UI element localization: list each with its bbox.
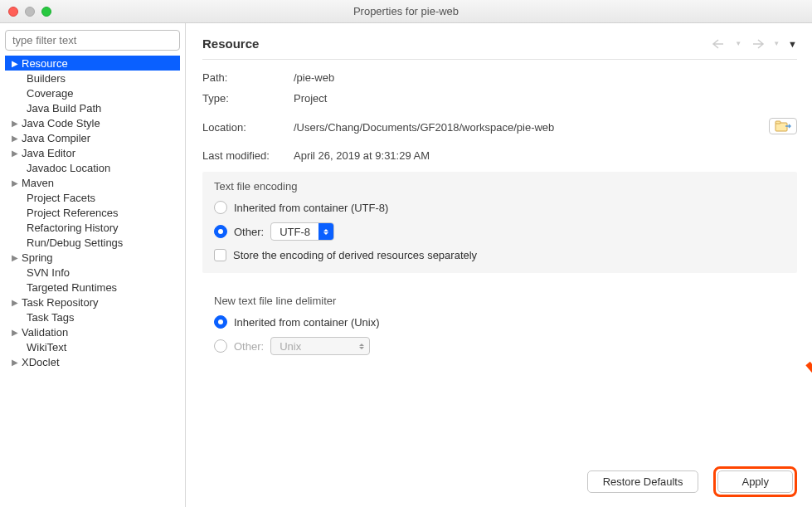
tree-item-javadoc-location[interactable]: Javadoc Location: [5, 160, 180, 175]
tree-item-label: Validation: [22, 326, 68, 339]
tree-item-validation[interactable]: ▶Validation: [5, 324, 180, 339]
menu-dropdown-icon[interactable]: ▼: [788, 39, 797, 49]
chevron-updown-icon: [318, 223, 333, 240]
encoding-group-title: Text file encoding: [214, 180, 785, 193]
tree-item-label: Task Repository: [22, 296, 98, 309]
chevron-right-icon: ▶: [12, 298, 20, 307]
path-value: /pie-web: [294, 71, 797, 84]
tree-item-java-compiler[interactable]: ▶Java Compiler: [5, 130, 180, 145]
encoding-select[interactable]: UTF-8: [270, 222, 334, 241]
tree-item-label: WikiText: [27, 341, 66, 353]
path-label: Path:: [202, 71, 294, 84]
tree-item-refactoring-history[interactable]: Refactoring History: [5, 220, 180, 235]
tree-item-label: SVN Info: [27, 266, 70, 279]
tree-item-label: Project Facets: [27, 192, 95, 204]
tree-item-project-facets[interactable]: Project Facets: [5, 190, 180, 205]
chevron-updown-icon: [354, 338, 369, 354]
encoding-other-label: Other:: [234, 226, 264, 238]
tree-item-java-editor[interactable]: ▶Java Editor: [5, 145, 180, 160]
location-label: Location:: [202, 121, 294, 134]
encoding-inherited-label: Inherited from container (UTF-8): [234, 202, 388, 214]
tree-item-label: Java Code Style: [22, 117, 100, 129]
tree-item-project-references[interactable]: Project References: [5, 205, 180, 220]
chevron-right-icon: ▶: [12, 119, 20, 128]
tree-item-label: Java Editor: [22, 147, 75, 159]
tree-item-task-repository[interactable]: ▶Task Repository: [5, 295, 180, 310]
tree-item-run-debug-settings[interactable]: Run/Debug Settings: [5, 235, 180, 250]
nav-icons: ▼ ▼ ▼: [712, 39, 797, 49]
sidebar: ▶ResourceBuildersCoverageJava Build Path…: [0, 23, 186, 507]
filter-input[interactable]: [5, 30, 180, 51]
encoding-other-radio[interactable]: [214, 225, 227, 238]
chevron-right-icon: ▶: [12, 149, 20, 158]
chevron-right-icon: ▶: [12, 178, 20, 188]
tree-item-label: Resource: [22, 57, 68, 70]
tree-item-label: Javadoc Location: [27, 162, 110, 174]
tree-item-label: Java Compiler: [22, 132, 90, 144]
delimiter-inherited-label: Inherited from container (Unix): [234, 316, 380, 329]
delimiter-group-title: New text file line delimiter: [214, 295, 785, 307]
tree: ▶ResourceBuildersCoverageJava Build Path…: [5, 56, 180, 500]
show-in-system-explorer-button[interactable]: [769, 118, 797, 134]
tree-item-label: Spring: [22, 251, 53, 264]
delimiter-select: Unix: [270, 337, 370, 355]
page-title: Resource: [202, 37, 259, 51]
modified-value: April 26, 2019 at 9:31:29 AM: [294, 149, 797, 162]
type-label: Type:: [202, 92, 294, 105]
tree-item-label: Maven: [22, 177, 54, 189]
tree-item-label: Refactoring History: [27, 222, 119, 234]
delimiter-select-value: Unix: [280, 340, 301, 353]
delimiter-other-label: Other:: [234, 340, 264, 353]
window-title: Properties for pie-web: [0, 5, 812, 17]
tree-item-label: Task Tags: [27, 311, 75, 324]
restore-defaults-button[interactable]: Restore Defaults: [587, 470, 699, 493]
tree-item-label: XDoclet: [22, 356, 60, 368]
apply-button[interactable]: Apply: [717, 470, 793, 493]
tree-item-label: Java Build Path: [27, 102, 101, 115]
modified-label: Last modified:: [202, 149, 294, 162]
tree-item-builders[interactable]: Builders: [5, 71, 180, 85]
chevron-right-icon: ▶: [12, 134, 20, 143]
tree-item-wikitext[interactable]: WikiText: [5, 339, 180, 354]
svg-line-2: [808, 363, 812, 480]
delimiter-group: New text file line delimiter Inherited f…: [202, 286, 797, 367]
delimiter-inherited-radio[interactable]: [214, 315, 227, 329]
tree-item-targeted-runtimes[interactable]: Targeted Runtimes: [5, 280, 180, 295]
delimiter-other-radio[interactable]: [214, 339, 227, 353]
back-dropdown-icon[interactable]: ▼: [735, 40, 741, 47]
encoding-group: Text file encoding Inherited from contai…: [202, 172, 797, 273]
store-derived-checkbox[interactable]: [214, 249, 226, 261]
tree-item-xdoclet[interactable]: ▶XDoclet: [5, 354, 180, 369]
tree-item-resource[interactable]: ▶Resource: [5, 56, 180, 71]
tree-item-label: Coverage: [27, 87, 73, 100]
tree-item-maven[interactable]: ▶Maven: [5, 175, 180, 190]
apply-highlight-annotation: Apply: [713, 466, 797, 497]
tree-item-label: Targeted Runtimes: [27, 281, 117, 294]
back-icon[interactable]: [712, 39, 727, 49]
folder-icon: [775, 120, 791, 132]
tree-item-label: Run/Debug Settings: [27, 236, 123, 249]
tree-item-label: Project References: [27, 207, 119, 219]
chevron-right-icon: ▶: [12, 328, 20, 337]
encoding-inherited-radio[interactable]: [214, 201, 227, 214]
tree-item-label: Builders: [27, 72, 66, 85]
chevron-right-icon: ▶: [12, 59, 20, 68]
encoding-select-value: UTF-8: [280, 226, 310, 238]
titlebar: Properties for pie-web: [0, 0, 812, 23]
type-value: Project: [294, 92, 797, 105]
chevron-right-icon: ▶: [12, 358, 20, 367]
arrow-annotation: [800, 355, 812, 505]
tree-item-coverage[interactable]: Coverage: [5, 85, 180, 100]
tree-item-svn-info[interactable]: SVN Info: [5, 265, 180, 280]
svg-rect-1: [776, 121, 780, 124]
store-derived-label: Store the encoding of derived resources …: [233, 249, 477, 261]
location-value: /Users/Chang/Documents/GF2018/workspace/…: [294, 121, 769, 134]
tree-item-java-code-style[interactable]: ▶Java Code Style: [5, 115, 180, 130]
tree-item-java-build-path[interactable]: Java Build Path: [5, 100, 180, 115]
forward-dropdown-icon[interactable]: ▼: [773, 40, 780, 47]
main-panel: Resource ▼ ▼ ▼ Path: /pie-web Type: Proj…: [186, 23, 812, 507]
tree-item-task-tags[interactable]: Task Tags: [5, 310, 180, 324]
tree-item-spring[interactable]: ▶Spring: [5, 250, 180, 265]
forward-icon[interactable]: [750, 39, 765, 49]
chevron-right-icon: ▶: [12, 253, 20, 262]
